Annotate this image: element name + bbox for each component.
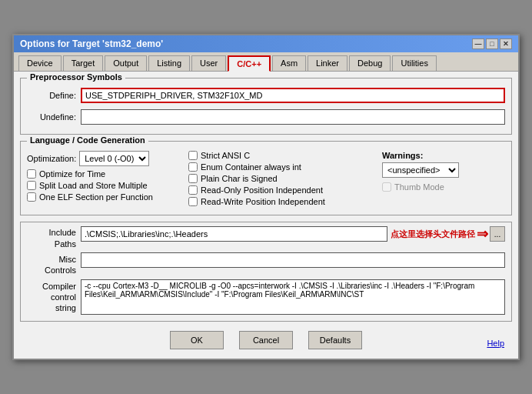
plain-char-label: Plain Char is Signed (201, 174, 278, 183)
tab-asm[interactable]: Asm (272, 55, 306, 71)
define-label: Define: (27, 91, 81, 100)
include-paths-label: Include Paths (27, 225, 81, 249)
enum-container-checkbox[interactable] (188, 162, 198, 172)
minimize-button[interactable]: — (472, 38, 484, 49)
misc-controls-label: Misc Controls (27, 252, 81, 276)
tab-debug[interactable]: Debug (349, 55, 391, 71)
misc-controls-row: Misc Controls (27, 252, 505, 276)
undefine-row: Undefine: (27, 109, 505, 125)
tab-cpp[interactable]: C/C++ (228, 55, 271, 72)
preprocessor-group: Preprocessor Symbols Define: Undefine: (20, 78, 512, 135)
lang-left-col: Optimization: Level 0 (-O0) Optimize for… (27, 151, 181, 209)
maximize-button[interactable]: □ (486, 38, 498, 49)
optimization-row: Optimization: Level 0 (-O0) (27, 151, 181, 166)
plain-char-checkbox[interactable] (188, 174, 198, 183)
ok-button[interactable]: OK (170, 331, 224, 349)
button-area: OK Cancel Defaults Help (20, 326, 512, 352)
warnings-row: <unspecified> (382, 162, 505, 178)
strict-ansi-label: Strict ANSI C (201, 151, 250, 160)
cancel-button[interactable]: Cancel (239, 331, 293, 349)
optimize-time-row: Optimize for Time (27, 169, 181, 179)
thumb-mode-row: Thumb Mode (382, 182, 505, 192)
title-bar: Options for Target 'stm32_demo' — □ ✕ (14, 35, 518, 52)
read-only-label: Read-Only Position Independent (201, 185, 323, 195)
read-write-label: Read-Write Position Independent (201, 197, 325, 206)
tab-bar: Device Target Output Listing User C/C++ … (14, 52, 518, 72)
warnings-label: Warnings: (382, 151, 505, 160)
content-area: Preprocessor Symbols Define: Undefine: L… (14, 72, 518, 358)
compiler-control-row: Compiler control string -c --cpu Cortex-… (27, 279, 505, 315)
strict-ansi-checkbox[interactable] (188, 151, 198, 160)
warnings-select[interactable]: <unspecified> (382, 162, 459, 178)
tab-output[interactable]: Output (105, 55, 147, 71)
split-load-label: Split Load and Store Multiple (39, 181, 148, 190)
language-group: Language / Code Generation Optimization:… (20, 141, 512, 215)
enum-container-label: Enum Container always int (201, 162, 301, 172)
split-load-row: Split Load and Store Multiple (27, 181, 181, 190)
enum-container-row: Enum Container always int (188, 162, 374, 172)
read-only-checkbox[interactable] (188, 185, 198, 195)
optimization-select[interactable]: Level 0 (-O0) (79, 151, 149, 166)
include-paths-input[interactable] (81, 226, 387, 242)
lang-right-col: Warnings: <unspecified> Thumb Mode (382, 151, 505, 209)
language-section: Optimization: Level 0 (-O0) Optimize for… (27, 151, 505, 209)
plain-char-row: Plain Char is Signed (188, 174, 374, 183)
include-browse-button[interactable]: ... (490, 226, 505, 242)
thumb-mode-label: Thumb Mode (394, 182, 444, 192)
one-elf-checkbox[interactable] (27, 192, 36, 202)
tab-utilities[interactable]: Utilities (392, 55, 436, 71)
split-load-checkbox[interactable] (27, 181, 36, 190)
strict-ansi-row: Strict ANSI C (188, 151, 374, 160)
compiler-control-label: Compiler control string (27, 279, 81, 314)
optimization-label: Optimization: (27, 154, 76, 163)
close-button[interactable]: ✕ (500, 38, 512, 49)
include-section: Include Paths 点这里选择头文件路径 ⇒ ... Misc Cont… (20, 222, 512, 321)
compiler-control-textarea[interactable]: -c --cpu Cortex-M3 -D__ MICROLIB -g -O0 … (81, 279, 505, 315)
main-window: Options for Target 'stm32_demo' — □ ✕ De… (12, 34, 520, 359)
include-paths-row: Include Paths 点这里选择头文件路径 ⇒ ... (27, 225, 505, 249)
tab-linker[interactable]: Linker (308, 55, 347, 71)
window-title: Options for Target 'stm32_demo' (20, 38, 163, 49)
undefine-label: Undefine: (27, 112, 81, 122)
arrow-right-icon: ⇒ (477, 225, 488, 242)
one-elf-row: One ELF Section per Function (27, 192, 181, 202)
undefine-input[interactable] (81, 109, 505, 125)
tab-target[interactable]: Target (63, 55, 104, 71)
defaults-button[interactable]: Defaults (308, 331, 362, 349)
define-row: Define: (27, 88, 505, 103)
tab-device[interactable]: Device (18, 55, 62, 71)
read-only-row: Read-Only Position Independent (188, 185, 374, 195)
window-controls: — □ ✕ (472, 38, 512, 49)
tab-user[interactable]: User (191, 55, 226, 71)
thumb-mode-checkbox[interactable] (382, 182, 391, 192)
read-write-checkbox[interactable] (188, 197, 198, 206)
preprocessor-group-label: Preprocessor Symbols (27, 72, 125, 82)
lang-mid-col: Strict ANSI C Enum Container always int … (188, 151, 374, 209)
tab-listing[interactable]: Listing (148, 55, 190, 71)
optimize-time-label: Optimize for Time (39, 169, 105, 179)
misc-controls-input[interactable] (81, 252, 505, 268)
optimize-time-checkbox[interactable] (27, 169, 36, 179)
help-link[interactable]: Help (487, 339, 504, 348)
language-group-label: Language / Code Generation (27, 135, 148, 145)
read-write-row: Read-Write Position Independent (188, 197, 374, 206)
annotation-text: 点这里选择头文件路径 (391, 229, 475, 240)
include-path-container: 点这里选择头文件路径 ⇒ ... (81, 225, 505, 242)
one-elf-label: One ELF Section per Function (39, 192, 153, 202)
define-input[interactable] (81, 88, 505, 103)
button-row: OK Cancel Defaults (20, 326, 512, 352)
